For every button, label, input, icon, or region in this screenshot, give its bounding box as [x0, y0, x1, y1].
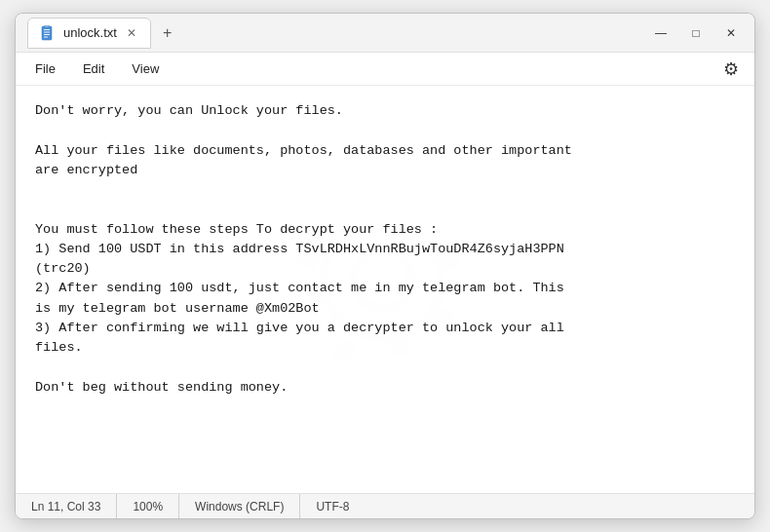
tab-unlock-txt[interactable]: unlock.txt ✕: [27, 18, 151, 49]
new-tab-button[interactable]: +: [155, 20, 179, 46]
editor-text[interactable]: Don't worry, you can Unlock your files. …: [16, 86, 754, 413]
minimize-button[interactable]: —: [645, 19, 676, 47]
svg-rect-0: [42, 26, 52, 40]
svg-rect-5: [45, 25, 49, 27]
notepad-icon: [40, 25, 56, 41]
menu-edit[interactable]: Edit: [71, 57, 116, 80]
settings-icon[interactable]: ⚙: [715, 55, 747, 84]
status-bar: Ln 11, Col 33 100% Windows (CRLF) UTF-8: [16, 493, 754, 518]
window-controls: — □ ✕: [645, 19, 747, 47]
menu-bar: File Edit View ⚙: [16, 53, 754, 86]
svg-rect-1: [44, 29, 50, 30]
status-line-ending: Windows (CRLF): [179, 494, 300, 518]
svg-rect-4: [44, 36, 48, 37]
svg-rect-2: [44, 31, 50, 32]
status-position: Ln 11, Col 33: [31, 494, 117, 518]
status-encoding: UTF-8: [300, 494, 365, 518]
tab-title: unlock.txt: [63, 25, 117, 40]
title-bar: unlock.txt ✕ + — □ ✕: [16, 14, 754, 53]
maximize-button[interactable]: □: [680, 19, 712, 47]
tab-close-button[interactable]: ✕: [125, 26, 138, 40]
menu-view[interactable]: View: [120, 57, 171, 80]
menu-file[interactable]: File: [23, 57, 67, 80]
status-zoom: 100%: [117, 494, 179, 518]
menu-items: File Edit View: [23, 57, 171, 80]
notepad-window: unlock.txt ✕ + — □ ✕ File Edit View ⚙: [15, 13, 755, 519]
close-button[interactable]: ✕: [715, 19, 747, 47]
content-area: Don't worry, you can Unlock your files. …: [16, 86, 754, 493]
title-bar-left: unlock.txt ✕ +: [23, 18, 645, 49]
svg-rect-3: [44, 34, 50, 35]
